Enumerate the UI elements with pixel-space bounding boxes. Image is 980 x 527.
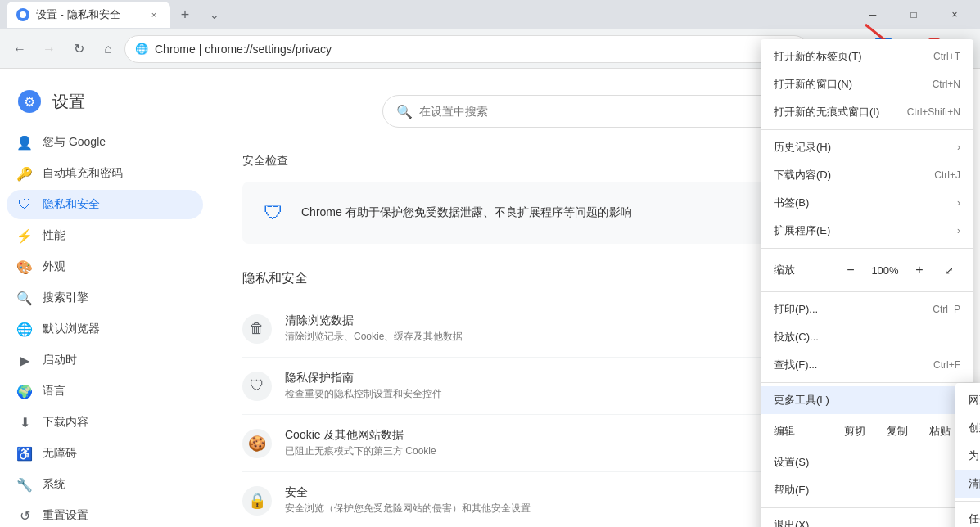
sidebar-label-language: 语言: [43, 384, 65, 399]
window-controls: ─ □ ×: [854, 2, 973, 28]
startup-icon: ▶: [16, 352, 33, 368]
menu-incognito[interactable]: 打开新的无痕式窗口(I) Ctrl+Shift+N: [761, 98, 973, 126]
menu-settings[interactable]: 设置(S): [761, 448, 973, 476]
language-icon: 🌍: [16, 383, 33, 399]
submenu-task-manager-label: 任务管理器(T): [969, 511, 980, 526]
tab-search-button[interactable]: ⌄: [203, 3, 226, 26]
menu-find-label: 查找(F)...: [774, 358, 927, 372]
sidebar-item-downloads[interactable]: ⬇ 下载内容: [7, 408, 203, 437]
menu-incognito-shortcut: Ctrl+Shift+N: [907, 106, 960, 118]
menu-find[interactable]: 查找(F)... Ctrl+F: [761, 351, 973, 379]
title-bar: 设置 - 隐私和安全 × + ⌄ ─ □ ×: [0, 0, 980, 29]
menu-downloads[interactable]: 下载内容(D) Ctrl+J: [761, 161, 973, 189]
sidebar-item-appearance[interactable]: 🎨 外观: [7, 252, 203, 282]
security-check-description: Chrome 有助于保护您免受数据泄露、不良扩展程序等问题的影响: [301, 205, 839, 220]
sidebar-label-search: 搜索引擎: [43, 291, 88, 305]
sidebar-label-appearance: 外观: [43, 259, 65, 274]
sidebar-item-autofill[interactable]: 🔑 自动填充和密码: [7, 159, 203, 188]
menu-exit-label: 退出(X): [774, 518, 960, 527]
tab-favicon: [16, 8, 29, 21]
sidebar-item-performance[interactable]: ⚡ 性能: [7, 221, 203, 250]
menu-settings-label: 设置(S): [774, 455, 960, 470]
close-button[interactable]: ×: [936, 2, 973, 28]
forward-button[interactable]: →: [36, 36, 62, 62]
menu-new-tab[interactable]: 打开新的标签页(T) Ctrl+T: [761, 43, 973, 70]
menu-new-window-shortcut: Ctrl+N: [933, 79, 960, 90]
menu-new-window[interactable]: 打开新的窗口(N) Ctrl+N: [761, 70, 973, 98]
new-tab-button[interactable]: +: [174, 3, 196, 26]
menu-cast[interactable]: 投放(C)...: [761, 323, 973, 351]
submenu-create-shortcut[interactable]: 创建快捷方式...: [955, 414, 980, 442]
paste-button[interactable]: 粘贴: [919, 421, 960, 442]
submenu-name-window[interactable]: 为窗口命名(W)...: [955, 442, 980, 470]
title-bar-extra-controls: ⌄: [203, 3, 226, 26]
submenu-save-as[interactable]: 网页另存为(A)... Ctrl+S: [955, 386, 980, 414]
submenu-create-shortcut-label: 创建快捷方式...: [969, 421, 980, 435]
sidebar: ⚙ 设置 👤 您与 Google 🔑 自动填充和密码 🛡 隐私和安全 ⚡ 性能: [0, 69, 210, 527]
reset-icon: ↺: [16, 507, 33, 524]
menu-history-arrow: ›: [957, 142, 960, 153]
zoom-minus-button[interactable]: −: [839, 259, 862, 282]
search-icon: 🔍: [396, 104, 413, 119]
tab-close-button[interactable]: ×: [147, 8, 160, 21]
chrome-menu: 打开新的标签页(T) Ctrl+T 打开新的窗口(N) Ctrl+N 打开新的无…: [761, 39, 973, 527]
tab-title: 设置 - 隐私和安全: [36, 7, 120, 22]
sidebar-item-search[interactable]: 🔍 搜索引擎: [7, 283, 203, 313]
menu-bookmarks[interactable]: 书签(B) ›: [761, 189, 973, 217]
sidebar-label-autofill: 自动填充和密码: [43, 166, 123, 181]
security-check-icon: 🛡: [259, 198, 288, 227]
settings-search-bar[interactable]: 🔍: [382, 95, 808, 128]
menu-sep-1: [761, 129, 973, 130]
menu-sep-2: [761, 248, 973, 249]
appearance-icon: 🎨: [16, 259, 33, 275]
sidebar-label-privacy: 隐私和安全: [43, 197, 100, 212]
address-text: Chrome | chrome://settings/privacy: [155, 43, 771, 56]
home-button[interactable]: ⌂: [95, 36, 121, 62]
settings-title-text: 设置: [52, 91, 85, 113]
menu-zoom-label: 缩放: [774, 263, 833, 277]
sidebar-item-accessibility[interactable]: ♿ 无障碍: [7, 439, 203, 468]
sidebar-item-browser[interactable]: 🌐 默认浏览器: [7, 314, 203, 344]
search-engine-icon: 🔍: [16, 290, 33, 306]
cookies-icon: 🍪: [242, 429, 272, 458]
performance-icon: ⚡: [16, 227, 33, 244]
sidebar-item-reset[interactable]: ↺ 重置设置: [7, 501, 203, 527]
menu-edit-row: 编辑 剪切 复制 粘贴: [761, 414, 973, 448]
sidebar-label-browser: 默认浏览器: [43, 322, 100, 336]
menu-print[interactable]: 打印(P)... Ctrl+P: [761, 295, 973, 323]
settings-logo: ⚙: [16, 88, 43, 115]
minimize-button[interactable]: ─: [854, 2, 892, 28]
sidebar-item-privacy[interactable]: 🛡 隐私和安全: [7, 190, 203, 219]
sidebar-item-system[interactable]: 🔧 系统: [7, 470, 203, 499]
svg-point-0: [20, 11, 26, 18]
menu-more-tools[interactable]: 更多工具(L) › 网页另存为(A)... Ctrl+S 创建快捷方式... 为…: [761, 386, 973, 414]
sidebar-item-startup[interactable]: ▶ 启动时: [7, 345, 203, 375]
cut-button[interactable]: 剪切: [834, 421, 875, 442]
menu-new-tab-shortcut: Ctrl+T: [933, 51, 960, 62]
address-bar[interactable]: 🌐 Chrome | chrome://settings/privacy ☆: [124, 35, 808, 63]
browser-tab[interactable]: 设置 - 隐私和安全 ×: [7, 2, 170, 28]
copy-button[interactable]: 复制: [877, 421, 918, 442]
address-favicon: 🌐: [135, 43, 148, 55]
menu-exit[interactable]: 退出(X): [761, 511, 973, 527]
zoom-expand-button[interactable]: ⤢: [937, 259, 960, 282]
maximize-button[interactable]: □: [895, 2, 933, 28]
back-button[interactable]: ←: [7, 36, 33, 62]
submenu-sep-1: [955, 501, 980, 502]
reload-button[interactable]: ↻: [65, 36, 92, 62]
sidebar-item-language[interactable]: 🌍 语言: [7, 376, 203, 406]
sidebar-label-accessibility: 无障碍: [43, 446, 77, 461]
zoom-plus-button[interactable]: +: [908, 259, 931, 282]
submenu-clear-data[interactable]: 清除浏览数据(C)... Ctrl+Shift+Del: [955, 470, 980, 498]
menu-bookmarks-arrow: ›: [957, 197, 960, 209]
menu-extensions[interactable]: 扩展程序(E) ›: [761, 217, 973, 245]
submenu-save-as-label: 网页另存为(A)...: [969, 393, 980, 408]
submenu-task-manager[interactable]: 任务管理器(T) Shift+Esc: [955, 505, 980, 527]
sidebar-item-google[interactable]: 👤 您与 Google: [7, 128, 203, 157]
menu-history[interactable]: 历史记录(H) ›: [761, 133, 973, 161]
menu-help-label: 帮助(E): [774, 483, 951, 498]
security-item-icon: 🔒: [242, 486, 272, 516]
menu-print-label: 打印(P)...: [774, 302, 926, 317]
menu-help[interactable]: 帮助(E) ›: [761, 476, 973, 504]
settings-search-input[interactable]: [419, 105, 794, 118]
